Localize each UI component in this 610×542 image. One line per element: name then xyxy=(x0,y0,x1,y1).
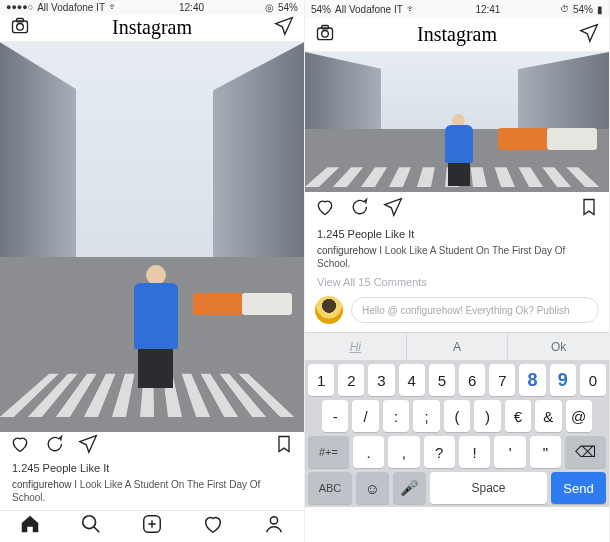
keyboard: 1 2 3 4 5 6 7 8 9 0 - / : ; ( ) € & @ #+… xyxy=(305,360,609,507)
key-9[interactable]: 9 xyxy=(550,364,576,396)
avatar[interactable] xyxy=(315,296,343,324)
key-emoji[interactable]: ☺ xyxy=(356,472,389,504)
key-semicolon[interactable]: ; xyxy=(413,400,439,432)
likes-count[interactable]: 1.245 People Like It xyxy=(305,226,609,242)
key-colon[interactable]: : xyxy=(383,400,409,432)
tab-home-icon[interactable] xyxy=(19,513,41,539)
key-space[interactable]: Space xyxy=(430,472,547,504)
key-paren-open[interactable]: ( xyxy=(444,400,470,432)
app-logo: Instagram xyxy=(417,23,497,46)
post-caption: configurehow I Look Like A Student On Th… xyxy=(0,476,304,510)
svg-rect-6 xyxy=(318,28,333,40)
like-icon[interactable] xyxy=(10,434,30,458)
key-8[interactable]: 8 xyxy=(519,364,545,396)
key-period[interactable]: . xyxy=(353,436,384,468)
emoji-icon: ☺ xyxy=(365,480,380,497)
tab-profile-icon[interactable] xyxy=(263,513,285,539)
key-5[interactable]: 5 xyxy=(429,364,455,396)
key-ampersand[interactable]: & xyxy=(535,400,561,432)
app-logo: Instagram xyxy=(112,16,192,39)
svg-point-3 xyxy=(83,516,96,529)
svg-rect-8 xyxy=(322,25,329,28)
likes-count[interactable]: 1.245 People Like It xyxy=(0,460,304,476)
key-abc[interactable]: ABC xyxy=(308,472,352,504)
caption-username[interactable]: configurehow xyxy=(12,479,71,490)
wifi-icon: ᯤ xyxy=(109,2,118,12)
comment-placeholder: Hello @ configurehow! Everything Ok? Pub… xyxy=(362,305,569,316)
post-actions xyxy=(0,432,304,459)
post-photo[interactable] xyxy=(305,52,609,192)
bottom-tab-bar xyxy=(0,510,304,542)
phone-left: ●●●●○ All Vodafone IT ᯤ 12:40 ◎ 54% Inst… xyxy=(0,0,305,542)
svg-point-1 xyxy=(17,23,24,30)
key-7[interactable]: 7 xyxy=(489,364,515,396)
clock: 12:40 xyxy=(179,2,204,13)
key-euro[interactable]: € xyxy=(505,400,531,432)
key-at[interactable]: @ xyxy=(566,400,592,432)
svg-point-5 xyxy=(270,517,277,524)
key-2[interactable]: 2 xyxy=(338,364,364,396)
svg-point-7 xyxy=(322,30,329,37)
key-backspace[interactable]: ⌫ xyxy=(565,436,606,468)
key-slash[interactable]: / xyxy=(352,400,378,432)
key-mic[interactable]: 🎤 xyxy=(393,472,426,504)
svg-rect-0 xyxy=(13,21,28,33)
view-all-comments[interactable]: View All 15 Comments xyxy=(305,276,609,292)
key-1[interactable]: 1 xyxy=(308,364,334,396)
signal-icon: ●●●●○ xyxy=(6,2,33,12)
direct-message-icon[interactable] xyxy=(579,23,599,47)
camera-icon[interactable] xyxy=(10,16,30,40)
tab-activity-icon[interactable] xyxy=(202,513,224,539)
backspace-icon: ⌫ xyxy=(575,443,596,461)
status-bar: ●●●●○ All Vodafone IT ᯤ 12:40 ◎ 54% xyxy=(0,0,304,15)
like-icon[interactable] xyxy=(315,197,335,221)
battery-icon: ◎ xyxy=(265,2,274,13)
key-comma[interactable]: , xyxy=(388,436,419,468)
suggestion-2[interactable]: A xyxy=(407,333,509,360)
app-header: Instagram xyxy=(305,18,609,52)
comment-icon[interactable] xyxy=(44,434,64,458)
post-actions xyxy=(305,192,609,226)
key-0[interactable]: 0 xyxy=(580,364,606,396)
phone-right: 54% All Vodafone IT ᯤ 12:41 ⏱ 54% ▮ Inst… xyxy=(305,0,610,542)
comment-compose-row: Hello @ configurehow! Everything Ok? Pub… xyxy=(305,292,609,332)
clock: 12:41 xyxy=(475,4,500,15)
key-send[interactable]: Send xyxy=(551,472,606,504)
battery-icon: ▮ xyxy=(597,4,603,15)
keyboard-suggestions: Hi A Ok xyxy=(305,332,609,360)
share-icon[interactable] xyxy=(78,434,98,458)
battery-percent: 54% xyxy=(278,2,298,13)
save-icon[interactable] xyxy=(579,197,599,221)
caption-username[interactable]: configurehow xyxy=(317,245,376,256)
status-bar: 54% All Vodafone IT ᯤ 12:41 ⏱ 54% ▮ xyxy=(305,0,609,18)
key-exclaim[interactable]: ! xyxy=(459,436,490,468)
tab-search-icon[interactable] xyxy=(80,513,102,539)
key-apostrophe[interactable]: ' xyxy=(494,436,525,468)
save-icon[interactable] xyxy=(274,434,294,458)
key-6[interactable]: 6 xyxy=(459,364,485,396)
mic-icon: 🎤 xyxy=(400,479,419,497)
battery-percent-left: 54% xyxy=(311,4,331,15)
post-caption: configurehow I Look Like A Student On Th… xyxy=(305,242,609,276)
suggestion-3[interactable]: Ok xyxy=(508,333,609,360)
carrier-label: All Vodafone IT xyxy=(37,2,105,13)
key-3[interactable]: 3 xyxy=(368,364,394,396)
battery-percent: 54% xyxy=(573,4,593,15)
key-quote[interactable]: " xyxy=(530,436,561,468)
share-icon[interactable] xyxy=(383,197,403,221)
comment-icon[interactable] xyxy=(349,197,369,221)
alarm-icon: ⏱ xyxy=(560,4,569,14)
carrier-label: All Vodafone IT xyxy=(335,4,403,15)
post-photo[interactable] xyxy=(0,42,304,432)
tab-add-icon[interactable] xyxy=(141,513,163,539)
suggestion-1[interactable]: Hi xyxy=(305,333,407,360)
key-paren-close[interactable]: ) xyxy=(474,400,500,432)
comment-input[interactable]: Hello @ configurehow! Everything Ok? Pub… xyxy=(351,297,599,323)
key-symbols[interactable]: #+= xyxy=(308,436,349,468)
key-4[interactable]: 4 xyxy=(399,364,425,396)
direct-message-icon[interactable] xyxy=(274,16,294,40)
app-header: Instagram xyxy=(0,15,304,43)
key-question[interactable]: ? xyxy=(424,436,455,468)
key-dash[interactable]: - xyxy=(322,400,348,432)
camera-icon[interactable] xyxy=(315,23,335,47)
